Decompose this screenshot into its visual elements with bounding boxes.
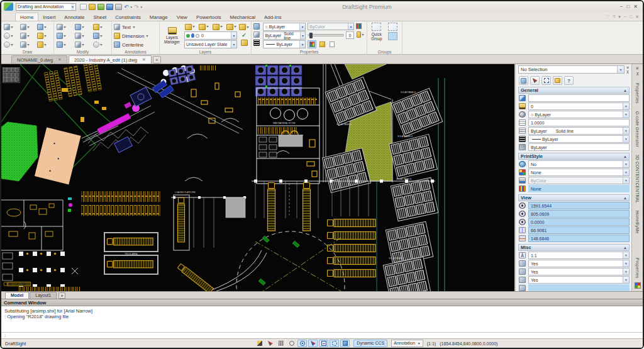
collapse-icon[interactable]: ▲	[623, 196, 627, 200]
layer-tool-2[interactable]	[198, 23, 209, 31]
tab-layout1[interactable]: Layout1	[30, 292, 57, 299]
tab-annotate[interactable]: Annotate	[60, 13, 89, 21]
chevron-down-icon[interactable]: ▾	[231, 32, 236, 39]
new-layout-button[interactable]: +	[58, 292, 65, 299]
strip-close-icon[interactable]: ✕	[636, 65, 640, 71]
circle-tool[interactable]	[3, 40, 18, 49]
quick-select-button[interactable]	[541, 76, 551, 85]
layer-select[interactable]: 0▾	[528, 102, 630, 110]
color-picker-icon[interactable]	[253, 23, 260, 30]
doc-tab-industry[interactable]: 2020 - Industry A_edit (1).dwg✕	[69, 55, 152, 64]
page-properties-button[interactable]	[328, 40, 336, 48]
centerline-tool[interactable]: Centerline	[114, 40, 157, 49]
entity-snap-icon[interactable]	[308, 340, 318, 347]
offset-tool[interactable]	[92, 40, 109, 49]
new-file-icon[interactable]	[80, 4, 87, 10]
print-icon[interactable]	[115, 4, 122, 10]
spline-tool[interactable]	[19, 31, 35, 40]
dynamic-ccs-button[interactable]: Dynamic CCS	[353, 340, 387, 347]
layer-preview-tool[interactable]	[238, 23, 250, 31]
print-style-value[interactable]: None	[528, 185, 630, 192]
misc-select-1[interactable]: Yes▾	[528, 260, 630, 267]
layer-tool-3[interactable]	[212, 23, 223, 31]
refresh-button[interactable]	[519, 76, 528, 85]
vtab-homebyme[interactable]: HomeByMe	[635, 207, 640, 237]
collapse-icon[interactable]: ▲	[623, 155, 627, 158]
tab-mechanical[interactable]: Mechanical	[225, 13, 259, 21]
restore-button[interactable]: □	[626, 4, 630, 9]
tab-insert[interactable]: Insert	[38, 13, 60, 21]
tab-manage[interactable]: Manage	[145, 13, 172, 21]
doc-tab-noname[interactable]: NONAME_0.dwg✕	[11, 55, 67, 64]
undo-icon[interactable]: ↶	[124, 4, 129, 10]
pattern-tool[interactable]	[74, 23, 91, 31]
lineweight-icon[interactable]	[253, 40, 260, 46]
close-tab-icon[interactable]: ✕	[58, 57, 62, 62]
active-layer-select[interactable]: 0 ▾	[184, 31, 237, 40]
annotation-scale-select[interactable]: Annotation ▼	[391, 340, 423, 347]
layer-tool-4[interactable]	[226, 23, 237, 31]
polygon-tool[interactable]	[36, 40, 52, 49]
chevron-down-icon[interactable]: ▾	[618, 14, 621, 19]
transparency-value[interactable]: 0	[346, 31, 354, 39]
panel-pin-icon[interactable]: ⊼	[626, 70, 630, 74]
tab-view[interactable]: View	[172, 13, 192, 21]
linetype-icon[interactable]	[253, 31, 260, 38]
bycolor-select[interactable]: ByColor ▾	[308, 23, 354, 30]
print-color-select[interactable]: ByColor▾	[528, 177, 630, 184]
misc-select-3[interactable]: Yes▾	[528, 276, 630, 284]
property-painter-tool[interactable]	[356, 31, 365, 38]
hatch-tool[interactable]	[36, 31, 52, 40]
move-tool[interactable]	[56, 23, 73, 31]
vtab-3d-contentcentral[interactable]: 3D CONTENTCENTRAL	[635, 151, 640, 207]
section-header-misc[interactable]: Misc▲	[518, 244, 630, 251]
view-height[interactable]: 66.9081	[528, 226, 630, 234]
chevron-down-icon[interactable]: ▾	[617, 66, 624, 73]
reference-icon[interactable]	[330, 340, 339, 347]
grid-icon[interactable]	[276, 340, 286, 347]
transparency-field[interactable]: ByLayer	[528, 143, 630, 151]
tab-model[interactable]: Model	[5, 292, 29, 299]
app-logo-icon[interactable]	[4, 3, 13, 11]
import-icon[interactable]	[97, 4, 104, 10]
collapse-icon[interactable]: ▲	[623, 246, 627, 250]
tab-addins[interactable]: Add-Ins	[260, 13, 286, 21]
view-center-x[interactable]: 1591.6544	[528, 202, 630, 209]
new-doc-tab-button[interactable]: +	[153, 56, 161, 64]
chevron-down-icon[interactable]: ▾	[299, 23, 305, 30]
layer-isolate-icon[interactable]	[241, 40, 248, 46]
linetype-select[interactable]: ByLayer Solid line ▾	[263, 31, 306, 40]
tab-powertools[interactable]: Powertools	[192, 13, 226, 21]
arc-tool[interactable]	[3, 31, 18, 40]
text-tool[interactable]: Text	[114, 23, 157, 31]
minimize-button[interactable]: −	[624, 14, 626, 19]
tab-home[interactable]: Home	[15, 13, 38, 21]
workspace-select[interactable]: Drafting and Annotation ▾	[16, 3, 76, 11]
selection-filter-select[interactable]: No Selection ▾	[518, 65, 625, 74]
line-tool[interactable]	[3, 23, 18, 31]
ccs-icon[interactable]	[340, 340, 350, 347]
print-style-table-select[interactable]: None▾	[528, 169, 630, 176]
snap-settings-icon[interactable]	[255, 340, 264, 347]
strip-pin-icon[interactable]: ⊼	[636, 71, 639, 77]
undo-chevron-icon[interactable]: ▾	[131, 5, 133, 9]
stretch-tool[interactable]	[56, 31, 73, 40]
print-style-select[interactable]: No▾	[528, 160, 630, 168]
select-entities-button[interactable]	[530, 76, 540, 85]
tab-constraints[interactable]: Constraints	[111, 13, 145, 21]
mirror-tool[interactable]	[74, 40, 91, 49]
view-center-z[interactable]: 0.0000	[528, 218, 630, 226]
section-header-general[interactable]: General▲	[518, 87, 630, 94]
polyline-tool[interactable]	[19, 23, 35, 31]
layer-state-select[interactable]: Unsaved Layer State ▾	[184, 40, 237, 48]
close-button[interactable]: ✕	[633, 4, 638, 9]
chevron-down-icon[interactable]: ▾	[231, 41, 236, 48]
edit-hatch-tool[interactable]	[92, 23, 109, 31]
favorite-icon[interactable]: ♡	[606, 14, 609, 19]
tab-sheet[interactable]: Sheet	[89, 13, 111, 21]
drawing-canvas[interactable]: RAW MATERIAL STORE	[1, 64, 514, 291]
close-button[interactable]: ✕	[635, 14, 639, 19]
chevron-down-icon[interactable]: ▾	[348, 23, 353, 30]
rectangle-tool[interactable]	[19, 40, 35, 49]
collapse-icon[interactable]: ▲	[623, 89, 627, 92]
